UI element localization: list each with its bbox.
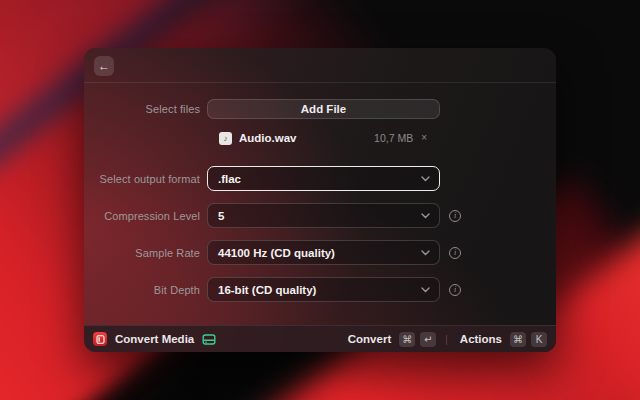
actions-menu-label[interactable]: Actions bbox=[460, 333, 502, 345]
file-name: Audio.wav bbox=[239, 132, 297, 144]
output-format-select[interactable]: .flac bbox=[207, 166, 440, 191]
k-key-icon[interactable]: K bbox=[531, 332, 547, 347]
compression-level-row: Compression Level 5 i bbox=[84, 203, 556, 228]
output-format-value: .flac bbox=[218, 173, 241, 185]
window-header: ← bbox=[84, 48, 556, 83]
compression-level-value: 5 bbox=[218, 210, 224, 222]
sample-rate-label: Sample Rate bbox=[84, 247, 200, 259]
sample-rate-row: Sample Rate 44100 Hz (CD quality) i bbox=[84, 240, 556, 265]
bit-depth-label: Bit Depth bbox=[84, 284, 200, 296]
return-key-icon[interactable]: ↵ bbox=[420, 332, 436, 347]
command-key-icon[interactable]: ⌘ bbox=[399, 332, 415, 347]
select-files-row: Select files Add File bbox=[84, 99, 556, 119]
bit-depth-value: 16-bit (CD quality) bbox=[218, 284, 316, 296]
convert-action-label[interactable]: Convert bbox=[348, 333, 391, 345]
back-button[interactable]: ← bbox=[94, 56, 114, 76]
action-bar: Convert Media Convert ⌘ ↵ | Actions ⌘ K bbox=[84, 325, 556, 352]
footer-divider: | bbox=[445, 334, 448, 345]
sample-rate-select[interactable]: 44100 Hz (CD quality) bbox=[207, 240, 440, 265]
chevron-down-icon bbox=[421, 213, 430, 219]
info-icon[interactable]: i bbox=[449, 247, 461, 259]
chevron-down-icon bbox=[421, 250, 430, 256]
output-format-label: Select output format bbox=[84, 173, 200, 185]
command-key-icon[interactable]: ⌘ bbox=[510, 332, 526, 347]
chevron-down-icon bbox=[421, 287, 430, 293]
convert-media-extension-icon bbox=[93, 332, 107, 346]
chevron-down-icon bbox=[421, 176, 430, 182]
info-icon[interactable]: i bbox=[449, 284, 461, 296]
select-files-label: Select files bbox=[84, 103, 200, 115]
app-name: Convert Media bbox=[115, 333, 194, 345]
file-size: 10,7 MB bbox=[374, 132, 413, 144]
storage-drive-icon bbox=[202, 333, 216, 346]
add-file-label: Add File bbox=[301, 103, 346, 115]
bit-depth-row: Bit Depth 16-bit (CD quality) i bbox=[84, 277, 556, 302]
sample-rate-value: 44100 Hz (CD quality) bbox=[218, 247, 335, 259]
remove-file-icon[interactable]: × bbox=[421, 133, 427, 143]
compression-level-label: Compression Level bbox=[84, 210, 200, 222]
output-format-row: Select output format .flac bbox=[84, 166, 556, 191]
compression-level-select[interactable]: 5 bbox=[207, 203, 440, 228]
info-icon[interactable]: i bbox=[449, 210, 461, 222]
convert-media-window: ← Select files Add File ♪ Audio.wav 10,7… bbox=[84, 48, 556, 352]
audio-file-icon: ♪ bbox=[219, 132, 232, 145]
back-arrow-icon: ← bbox=[98, 59, 110, 73]
bit-depth-select[interactable]: 16-bit (CD quality) bbox=[207, 277, 440, 302]
add-file-button[interactable]: Add File bbox=[207, 99, 440, 119]
file-row: ♪ Audio.wav 10,7 MB × bbox=[84, 130, 556, 146]
